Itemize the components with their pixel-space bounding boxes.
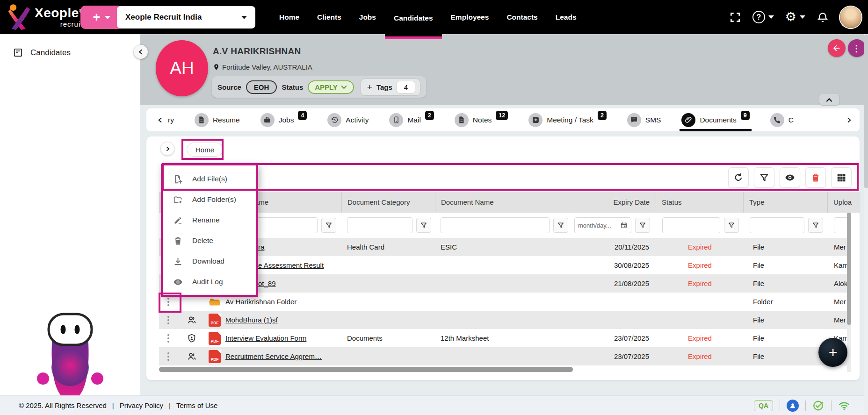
menu-item-rename[interactable]: Rename: [163, 210, 256, 230]
column-filter-button[interactable]: [416, 218, 431, 233]
column-header-document-name[interactable]: Document Name: [435, 192, 568, 213]
page-scrollbar-thumb[interactable]: [864, 34, 868, 188]
document-link[interactable]: Recruitment Service Aggrem…: [225, 352, 322, 360]
toolbar-refresh-button[interactable]: [728, 167, 749, 188]
tab-icon-oval: [327, 113, 341, 127]
settings-menu[interactable]: ⚙: [785, 11, 805, 23]
horizontal-scrollbar[interactable]: [159, 367, 573, 372]
menu-item-delete[interactable]: Delete: [163, 230, 256, 251]
column-filter-input[interactable]: [834, 217, 847, 233]
back-button[interactable]: [828, 39, 846, 57]
privacy-policy-link[interactable]: Privacy Policy: [120, 401, 163, 409]
toolbar-grid-button[interactable]: [831, 167, 852, 188]
history-icon: [331, 116, 339, 124]
collapse-header-button[interactable]: [819, 94, 839, 105]
column-filter-input[interactable]: [441, 217, 550, 233]
help-menu[interactable]: ?: [752, 11, 774, 23]
column-filter-input[interactable]: [750, 217, 804, 233]
org-selector-dropdown[interactable]: Xeople Recruit India: [117, 6, 255, 29]
nav-item-contacts[interactable]: Contacts: [498, 0, 546, 34]
tab-activity[interactable]: Activity: [327, 108, 369, 131]
toolbar-filter-button[interactable]: [754, 167, 774, 188]
footer-status-icons: QA: [754, 400, 850, 412]
vertical-scrollbar[interactable]: [847, 213, 851, 372]
column-filter-button[interactable]: [808, 218, 823, 233]
menu-item-add-file-s[interactable]: Add File(s): [163, 169, 256, 189]
nav-item-home[interactable]: Home: [270, 0, 308, 34]
column-header-uploa[interactable]: Uploa: [828, 192, 860, 213]
candidate-avatar: AH: [156, 40, 208, 96]
nav-item-employees[interactable]: Employees: [442, 0, 498, 34]
column-header-status[interactable]: Status: [656, 192, 744, 213]
expiry-date-filter-input[interactable]: month/day...: [574, 217, 631, 233]
nav-item-jobs[interactable]: Jobs: [350, 0, 385, 34]
breadcrumb-home[interactable]: Home: [187, 143, 223, 157]
logo-subtext: recruit: [35, 21, 83, 28]
row-menu-button[interactable]: [159, 356, 178, 358]
column-filter-button[interactable]: [553, 218, 568, 233]
column-header-document-category[interactable]: Document Category: [342, 192, 435, 213]
toolbar-delete-button[interactable]: [805, 167, 826, 188]
user-avatar[interactable]: [840, 7, 861, 28]
cell-type: File: [744, 352, 828, 360]
toolbar-preview-button[interactable]: [780, 167, 800, 188]
top-navbar: Xeople® recruit + Xeople Recruit India H…: [0, 0, 868, 34]
tab-jobs[interactable]: Jobs4: [260, 108, 307, 131]
menu-item-audit-log[interactable]: Audit Log: [163, 272, 256, 292]
tab-count-badge: 12: [496, 111, 508, 120]
column-header-type[interactable]: Type: [744, 192, 828, 213]
row-menu-button[interactable]: [159, 337, 178, 339]
tabs-scroll-left-icon[interactable]: [157, 116, 164, 124]
connection-wifi-icon[interactable]: [838, 400, 850, 412]
document-link[interactable]: Interview Evaluation Form: [225, 334, 306, 342]
tab-documents[interactable]: Documents9: [681, 108, 749, 131]
tab-c[interactable]: C: [770, 108, 794, 131]
column-filter-input[interactable]: [662, 217, 720, 233]
menu-item-download[interactable]: Download: [163, 251, 256, 272]
tab-resume[interactable]: Resume: [195, 108, 240, 131]
tab-sms[interactable]: SMS: [627, 108, 661, 131]
tabs-scroll-right-icon[interactable]: [838, 108, 860, 131]
row-menu-button[interactable]: [159, 319, 178, 321]
column-filter-button[interactable]: [321, 218, 336, 233]
breadcrumb-expand-button[interactable]: [160, 142, 174, 156]
nav-item-candidates[interactable]: Candidates: [385, 0, 442, 39]
column-filter-input[interactable]: [347, 217, 412, 233]
user-status-icon[interactable]: [787, 400, 799, 412]
copyright-text: © 2025. All Rights Reserved: [19, 401, 107, 409]
menu-item-add-folder-s[interactable]: Add Folder(s): [163, 189, 256, 210]
row-menu-button[interactable]: [159, 301, 178, 303]
column-filter-input[interactable]: [250, 217, 318, 233]
table-filter-row: month/day...: [159, 213, 847, 238]
column-filter-button[interactable]: [635, 218, 650, 233]
briefcase-icon: [263, 116, 271, 124]
tab-count-badge: 2: [425, 111, 434, 120]
sidebar-item-candidates[interactable]: Candidates: [0, 34, 140, 58]
tab-notes[interactable]: Notes12: [455, 108, 508, 131]
cell-name: PDFRecruitment Service Aggrem…: [159, 350, 342, 363]
nav-item-clients[interactable]: Clients: [308, 0, 350, 34]
vertical-scrollbar-thumb[interactable]: [847, 213, 851, 325]
tab-mail[interactable]: Mail2: [389, 108, 434, 131]
sync-ok-icon[interactable]: [812, 400, 825, 412]
column-header-expiry-date[interactable]: Expiry Date: [568, 192, 656, 213]
cell-status: Expired: [656, 352, 744, 360]
document-link[interactable]: MohdBhura (1)sf: [225, 316, 278, 324]
column-filter-button[interactable]: [724, 218, 739, 233]
tab-label: Notes: [473, 116, 492, 124]
add-document-fab[interactable]: +: [818, 338, 847, 367]
more-options-button[interactable]: ⋮: [848, 39, 866, 57]
nav-item-leads[interactable]: Leads: [547, 0, 586, 34]
filter-icon: [639, 222, 646, 229]
chevron-down-icon: [800, 15, 805, 19]
page-scrollbar[interactable]: [864, 34, 868, 415]
terms-of-use-link[interactable]: Terms of Use: [176, 401, 217, 409]
notifications-bell-icon[interactable]: [817, 11, 829, 23]
document-icon: [457, 116, 465, 124]
add-tags-button[interactable]: + Tags 4: [361, 79, 420, 96]
sidebar-collapse-button[interactable]: [134, 45, 148, 59]
fullscreen-icon[interactable]: [729, 11, 741, 23]
tab-ry[interactable]: ry: [168, 108, 174, 131]
status-value-pill[interactable]: APPLY: [308, 80, 354, 94]
tab-meeting-task[interactable]: Meeting / Task2: [528, 108, 607, 131]
